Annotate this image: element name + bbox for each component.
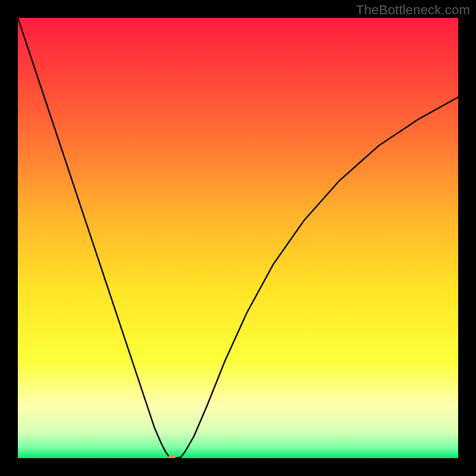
chart-svg	[18, 18, 458, 458]
chart-background	[18, 18, 458, 458]
watermark-text: TheBottleneck.com	[356, 2, 470, 18]
chart-frame: TheBottleneck.com	[0, 0, 476, 476]
plot-area	[18, 18, 458, 458]
